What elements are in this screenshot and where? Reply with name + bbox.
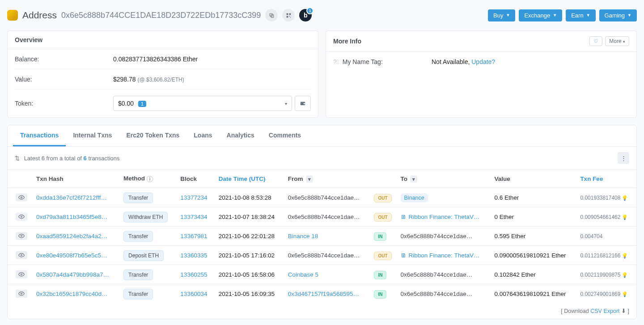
col-fee[interactable]: Txn Fee (576, 170, 636, 188)
from-address-link[interactable]: Coinbase 5 (288, 271, 318, 278)
datetime-value: 2021-10-08 8:53:28 (219, 194, 271, 201)
download-icon: ⬇ (621, 308, 626, 314)
name-tag-label: ?⃝ My Name Tag: (333, 58, 432, 65)
to-address: 0x6e5c888b744cce1dae… (401, 271, 473, 278)
view-details-icon[interactable] (16, 251, 27, 259)
col-eye (8, 170, 32, 188)
tx-value: 0.6 Ether (495, 194, 519, 201)
gaming-button[interactable]: Gaming▼ (599, 9, 637, 21)
from-address: 0x6e5c888b744cce1dae… (288, 194, 360, 201)
filter-icon[interactable]: ▾ (410, 175, 417, 183)
txn-hash-link[interactable]: 0xe80e49508f7b65e5c5… (36, 252, 107, 259)
blockies-icon[interactable]: b 1 (299, 9, 312, 21)
method-badge: Transfer (123, 192, 153, 203)
table-row: 0xd79a3a811b3465f5e8…Withdraw ETH1337343… (8, 207, 636, 227)
to-address-link[interactable]: Ribbon Finance: ThetaV… (409, 214, 480, 220)
txn-hash-link[interactable]: 0x5807a4da479bb998a7… (36, 271, 109, 278)
view-details-icon[interactable] (16, 232, 27, 240)
to-address: 0x6e5c888b744cce1dae… (401, 233, 473, 239)
chevron-down-icon: ▼ (586, 13, 590, 17)
svg-point-10 (21, 216, 22, 218)
balance-label: Balance: (15, 56, 113, 63)
gas-bulb-icon: 💡 (622, 272, 628, 278)
tab-erc20[interactable]: Erc20 Token Txns (119, 125, 187, 146)
view-details-icon[interactable] (16, 290, 27, 298)
value-label: Value: (15, 76, 113, 83)
csv-export-link[interactable]: CSV Export (590, 308, 619, 314)
more-dropdown[interactable]: More ▾ (605, 36, 629, 46)
to-address-chip[interactable]: Binance (401, 193, 428, 202)
exchange-button[interactable]: Exchange▼ (519, 9, 562, 21)
block-link[interactable]: 13360335 (180, 252, 207, 259)
tab-loans[interactable]: Loans (186, 125, 219, 146)
block-link[interactable]: 13377234 (180, 194, 207, 201)
svg-rect-5 (289, 16, 290, 17)
direction-badge: OUT (374, 213, 391, 222)
filter-icon[interactable]: ▾ (306, 175, 313, 183)
from-address-link[interactable]: 0x3d467157f19a568595… (288, 291, 359, 297)
tab-analytics[interactable]: Analytics (220, 125, 262, 146)
gas-bulb-icon: 💡 (622, 291, 628, 297)
update-name-tag-link[interactable]: Update? (471, 58, 495, 65)
page-title: Address (22, 10, 57, 21)
earn-button[interactable]: Earn▼ (566, 9, 595, 21)
col-block: Block (176, 170, 214, 188)
view-details-icon[interactable] (16, 270, 27, 278)
from-address-link[interactable]: Binance 18 (288, 233, 318, 239)
view-details-icon[interactable] (16, 213, 27, 221)
help-icon: ?⃝ (333, 58, 339, 65)
table-summary: ⇅ Latest 6 from a total of 6 transaction… (15, 155, 120, 162)
tab-internal[interactable]: Internal Txns (66, 125, 119, 146)
chevron-down-icon: ▾ (285, 101, 287, 106)
svg-rect-3 (289, 13, 291, 15)
txn-hash-link[interactable]: 0xd79a3a811b3465f5e8… (36, 214, 107, 220)
qr-icon[interactable] (282, 9, 295, 21)
contract-icon: 🗎 (401, 252, 407, 259)
overview-title: Overview (15, 36, 42, 43)
datetime-value: 2021-10-06 22:01:28 (219, 233, 275, 239)
tab-transactions[interactable]: Transactions (13, 125, 66, 146)
txn-hash-link[interactable]: 0xdda136e7cf26f7212fff… (36, 194, 107, 201)
svg-rect-2 (287, 13, 288, 15)
chevron-down-icon: ▼ (506, 13, 510, 17)
buy-button[interactable]: Buy▼ (488, 9, 515, 21)
sort-icon[interactable]: ⇅ (15, 155, 20, 162)
export-footer: [ Download CSV Export ⬇ ] (8, 303, 636, 319)
block-link[interactable]: 13360255 (180, 271, 207, 278)
svg-point-12 (21, 255, 22, 256)
copy-icon[interactable] (265, 9, 278, 21)
col-txhash: Txn Hash (32, 170, 119, 188)
table-options-button[interactable]: ⋮ (618, 152, 629, 164)
col-datetime[interactable]: Date Time (UTC) (214, 170, 284, 188)
datetime-value: 2021-10-05 17:16:02 (219, 252, 275, 259)
txn-hash-link[interactable]: 0x32bc1659c1879cc40d… (36, 291, 108, 297)
block-link[interactable]: 13367981 (180, 233, 207, 239)
chevron-down-icon: ▼ (553, 13, 557, 17)
favorite-button[interactable]: ♡ (589, 36, 602, 46)
transactions-panel: Transactions Internal Txns Erc20 Token T… (7, 125, 637, 319)
direction-badge: OUT (374, 194, 391, 202)
overview-card: Overview Balance: 0.082837713826343386 E… (7, 30, 318, 118)
info-icon[interactable]: i (147, 176, 153, 182)
tx-fee: 0.002749001869 (580, 291, 620, 297)
to-address-link[interactable]: Ribbon Finance: ThetaV… (409, 252, 480, 259)
txn-hash-link[interactable]: 0xaad5859124eb2fa4a2… (36, 233, 107, 239)
contract-icon: 🗎 (401, 214, 407, 220)
wallet-icon[interactable] (295, 96, 311, 111)
col-value: Value (490, 170, 576, 188)
token-dropdown[interactable]: $0.00 1 ▾ (113, 96, 292, 111)
view-details-icon[interactable] (16, 193, 27, 201)
tab-comments[interactable]: Comments (262, 125, 308, 146)
name-tag-value: Not Available, Update? (432, 58, 495, 65)
gas-bulb-icon: 💡 (622, 214, 628, 220)
tx-value: 0.595 Ether (495, 233, 526, 239)
tx-fee: 0.001933817408 (580, 195, 620, 201)
svg-rect-8 (304, 103, 305, 104)
svg-rect-4 (287, 16, 288, 17)
method-badge: Transfer (123, 269, 153, 280)
table-row: 0x32bc1659c1879cc40d…Transfer13360034202… (8, 284, 636, 304)
tx-fee: 0.009054661462 (580, 214, 620, 220)
col-method: Methodi (119, 170, 176, 188)
block-link[interactable]: 13360034 (180, 291, 207, 297)
block-link[interactable]: 13373434 (180, 214, 207, 220)
